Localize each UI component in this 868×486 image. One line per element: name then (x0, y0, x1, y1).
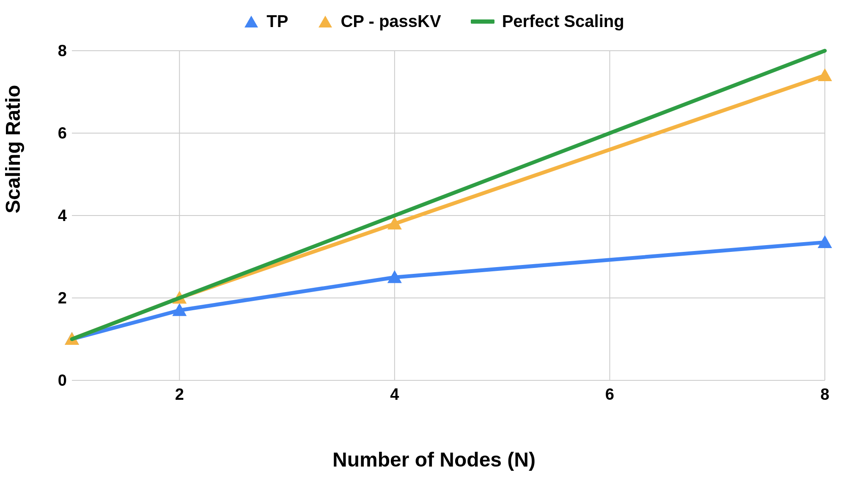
x-tick-label: 8 (820, 385, 829, 404)
triangle-icon (318, 15, 333, 28)
legend: TP CP - passKV Perfect Scaling (0, 12, 868, 31)
x-tick-label: 2 (175, 385, 184, 404)
chart: TP CP - passKV Perfect Scaling Scaling R… (0, 0, 868, 486)
y-tick-label: 8 (33, 42, 67, 60)
legend-label: TP (266, 12, 288, 31)
plot-svg (72, 51, 825, 380)
y-tick-label: 2 (33, 289, 67, 307)
svg-marker-18 (818, 68, 832, 82)
legend-item-cp: CP - passKV (318, 12, 441, 31)
plot-area (72, 51, 825, 380)
svg-marker-0 (244, 16, 258, 27)
y-tick-label: 4 (33, 207, 67, 225)
x-tick-label: 4 (390, 385, 399, 404)
triangle-icon (244, 15, 259, 28)
x-axis-label: Number of Nodes (N) (0, 448, 868, 471)
line-swatch-icon (471, 19, 494, 24)
y-tick-label: 6 (33, 124, 67, 142)
legend-item-tp: TP (244, 12, 288, 31)
x-tick-label: 6 (605, 385, 614, 404)
svg-marker-1 (319, 16, 332, 27)
legend-label: Perfect Scaling (502, 12, 624, 31)
y-axis-label: Scaling Ratio (1, 85, 25, 213)
legend-item-perfect: Perfect Scaling (471, 12, 624, 31)
legend-label: CP - passKV (341, 12, 441, 31)
y-tick-label: 0 (33, 371, 67, 390)
